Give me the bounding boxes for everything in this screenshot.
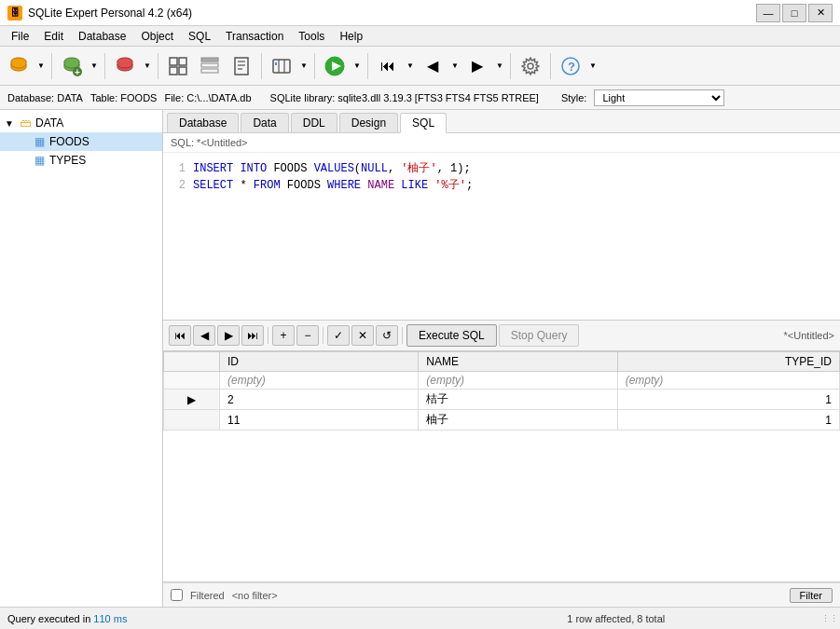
add-dropdown[interactable]: ▼ (89, 51, 100, 81)
menu-tools[interactable]: Tools (291, 28, 332, 45)
delete-dropdown[interactable]: ▼ (142, 51, 153, 81)
resize-grip: ⋮⋮ (821, 614, 833, 623)
stop-query-button[interactable]: Stop Query (499, 324, 580, 347)
svg-rect-9 (201, 58, 218, 62)
sql-refresh-button[interactable]: ↺ (376, 325, 398, 346)
sql-line-1: 1 INSERT INTO FOODS VALUES(NULL, '柚子', 1… (171, 160, 833, 177)
add-button[interactable]: + (57, 51, 87, 81)
tab-database[interactable]: Database (167, 113, 239, 132)
table-header-row: ID NAME TYPE_ID (164, 352, 840, 372)
nav-dropdown[interactable]: ▼ (298, 51, 310, 81)
svg-rect-8 (179, 67, 186, 75)
help-dropdown[interactable]: ▼ (587, 51, 599, 81)
execute-sql-button[interactable]: Execute SQL (406, 324, 497, 347)
table-row[interactable]: ▶ 2 桔子 1 (164, 390, 840, 410)
play-button[interactable] (320, 51, 350, 81)
nav-button[interactable] (267, 51, 296, 81)
table-name: Table: FOODS (90, 92, 158, 103)
play-dropdown[interactable]: ▼ (351, 51, 363, 81)
menu-file[interactable]: File (4, 28, 36, 45)
tab-sql[interactable]: SQL (400, 113, 447, 133)
svg-rect-16 (273, 60, 290, 73)
sql-last-button[interactable]: ⏭ (241, 325, 264, 346)
tab-data[interactable]: Data (241, 113, 288, 132)
content-area: Database Data DDL Design SQL SQL: *<Unti… (163, 110, 840, 607)
status-ms: 110 ms (93, 613, 127, 624)
step-first-dropdown[interactable]: ▼ (405, 51, 416, 81)
empty-type-id: (empty) (617, 372, 839, 390)
svg-rect-6 (179, 58, 186, 65)
row-1-type-id: 1 (617, 390, 839, 410)
sql-code-2: SELECT * FROM FOODS WHERE NAME LIKE '%子'… (193, 177, 473, 194)
menu-transaction[interactable]: Transaction (218, 28, 291, 45)
menu-sql[interactable]: SQL (181, 28, 218, 45)
step-next-button[interactable]: ▶ (462, 51, 492, 81)
db-icon: 🗃 (18, 116, 33, 130)
results-table: ID NAME TYPE_ID (empty) (empty) (empty) (163, 351, 840, 431)
sql-add-button[interactable]: + (272, 325, 295, 346)
status-left: Query executed in 110 ms (7, 613, 411, 624)
sidebar-item-data[interactable]: ▼ 🗃 DATA (0, 114, 162, 132)
row-indicator-1: ▶ (164, 390, 220, 410)
header-id[interactable]: ID (220, 352, 419, 372)
header-type-id[interactable]: TYPE_ID (617, 352, 839, 372)
step-prev-dropdown[interactable]: ▼ (449, 51, 461, 81)
delete-button[interactable] (110, 51, 140, 81)
maximize-button[interactable]: □ (782, 4, 806, 22)
help-button[interactable]: ? (556, 51, 585, 81)
sidebar-types-label: TYPES (49, 154, 86, 167)
sql-first-button[interactable]: ⏮ (169, 325, 191, 346)
step-next-dropdown[interactable]: ▼ (494, 51, 505, 81)
svg-rect-10 (201, 63, 218, 67)
open-db-button[interactable] (4, 51, 34, 81)
filter-value: <no filter> (232, 590, 278, 601)
status-right: 1 row affected, 8 total (415, 613, 819, 624)
sql-untitled-right: *<Untitled> (784, 330, 834, 341)
info-bar: Database: DATA Table: FOODS File: C:\...… (0, 86, 840, 110)
report-view-button[interactable] (227, 51, 256, 81)
svg-text:+: + (75, 67, 80, 76)
sql-cancel-button[interactable]: ✕ (351, 325, 374, 346)
sql-confirm-button[interactable]: ✓ (327, 325, 350, 346)
tab-bar: Database Data DDL Design SQL (163, 110, 840, 133)
step-prev-button[interactable]: ◀ (418, 51, 448, 81)
empty-name: (empty) (419, 372, 617, 390)
sql-remove-button[interactable]: − (296, 325, 319, 346)
form-view-button[interactable] (195, 51, 225, 81)
expand-icon[interactable]: ▼ (4, 118, 15, 129)
filtered-label: Filtered (190, 590, 225, 601)
menu-database[interactable]: Database (71, 28, 133, 45)
sidebar-item-foods[interactable]: ▦ FOODS (0, 132, 162, 151)
row-2-name: 柚子 (419, 410, 617, 431)
sql-code-1: INSERT INTO FOODS VALUES(NULL, '柚子', 1); (193, 160, 471, 177)
sql-next-button[interactable]: ▶ (217, 325, 240, 346)
step-first-button[interactable]: ⏮ (373, 51, 403, 81)
header-indicator (164, 352, 220, 372)
filter-button[interactable]: Filter (790, 588, 833, 603)
close-button[interactable]: ✕ (808, 4, 833, 22)
table-row[interactable]: 11 柚子 1 (164, 410, 840, 431)
sidebar-item-types[interactable]: ▦ TYPES (0, 151, 162, 170)
empty-row: (empty) (empty) (empty) (164, 372, 840, 390)
table-icon-foods: ▦ (32, 134, 47, 149)
settings-button[interactable] (516, 51, 545, 81)
minimize-button[interactable]: — (756, 4, 780, 22)
svg-rect-5 (170, 58, 177, 65)
status-prefix: Query executed in (7, 613, 93, 624)
menu-edit[interactable]: Edit (36, 28, 71, 45)
style-select[interactable]: Light Dark Custom (594, 89, 724, 106)
sql-panel: SQL: *<Untitled> 1 INSERT INTO FOODS VAL… (163, 133, 840, 607)
app-icon: 🗄 (7, 6, 22, 21)
sql-editor[interactable]: 1 INSERT INTO FOODS VALUES(NULL, '柚子', 1… (163, 153, 840, 321)
tab-design[interactable]: Design (339, 113, 398, 132)
toolbar: ▼ + ▼ ▼ ▼ ▼ ⏮ ▼ ◀ ▼ ▶ ▼ ? ▼ (0, 47, 840, 86)
menu-help[interactable]: Help (332, 28, 370, 45)
tab-ddl[interactable]: DDL (291, 113, 337, 132)
filtered-checkbox[interactable] (171, 589, 183, 601)
menu-object[interactable]: Object (133, 28, 181, 45)
grid-view-button[interactable] (163, 51, 193, 81)
open-db-dropdown[interactable]: ▼ (35, 51, 47, 81)
sql-prev-button[interactable]: ◀ (193, 325, 215, 346)
status-bar: Query executed in 110 ms 1 row affected,… (0, 607, 840, 629)
header-name[interactable]: NAME (419, 352, 617, 372)
